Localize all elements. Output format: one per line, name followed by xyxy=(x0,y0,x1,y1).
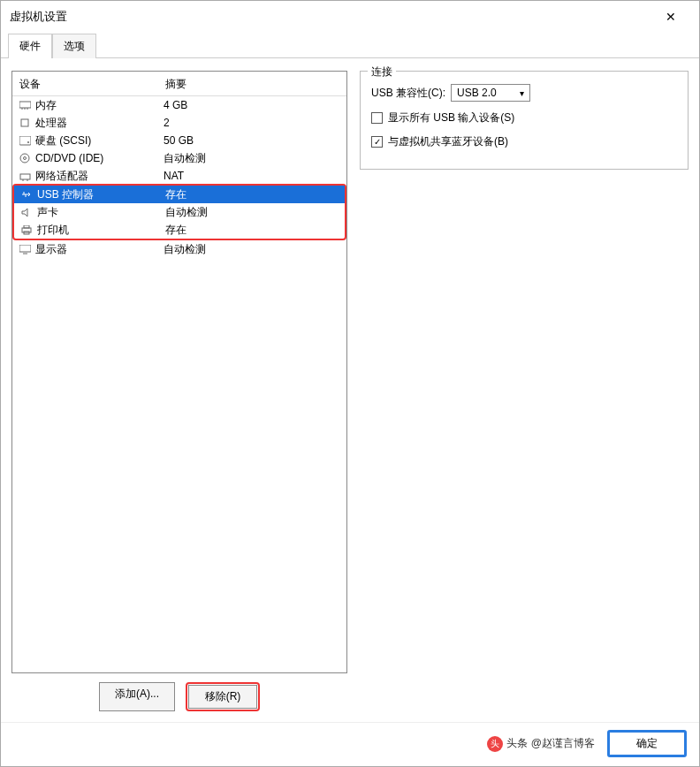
hardware-list-header: 设备 摘要 xyxy=(12,72,346,96)
svg-rect-13 xyxy=(24,225,29,228)
row-summary: 50 GB xyxy=(164,134,341,147)
hardware-pane: 设备 摘要 内存 4 GB 处理器 2 xyxy=(11,71,347,717)
svg-rect-9 xyxy=(20,174,30,179)
row-label: 打印机 xyxy=(37,223,165,238)
row-sound[interactable]: 声卡 自动检测 xyxy=(14,203,345,221)
window-title: 虚拟机设置 xyxy=(10,9,67,25)
compat-label: USB 兼容性(C): xyxy=(371,86,445,101)
network-icon xyxy=(18,170,32,182)
row-usb[interactable]: USB 控制器 存在 xyxy=(14,186,345,203)
row-printer[interactable]: 打印机 存在 xyxy=(14,221,345,239)
connection-group: 连接 USB 兼容性(C): USB 2.0 显示所有 USB 输入设备(S) … xyxy=(360,71,689,170)
show-all-checkbox[interactable] xyxy=(371,112,383,124)
col-summary: 摘要 xyxy=(165,77,339,92)
svg-rect-5 xyxy=(19,136,31,145)
hardware-list: 设备 摘要 内存 4 GB 处理器 2 xyxy=(11,71,347,673)
compat-row: USB 兼容性(C): USB 2.0 xyxy=(371,84,677,102)
remove-button[interactable]: 移除(R) xyxy=(188,685,257,709)
add-remove-bar: 添加(A)... 移除(R) xyxy=(11,673,347,717)
add-button[interactable]: 添加(A)... xyxy=(99,682,175,711)
tab-bar: 硬件 选项 xyxy=(1,31,699,58)
svg-rect-15 xyxy=(19,245,31,252)
tab-options[interactable]: 选项 xyxy=(52,34,96,58)
show-all-row[interactable]: 显示所有 USB 输入设备(S) xyxy=(371,110,677,125)
svg-rect-4 xyxy=(21,119,28,126)
disk-icon xyxy=(18,134,32,147)
row-label: 处理器 xyxy=(35,116,164,131)
share-bt-checkbox[interactable] xyxy=(371,136,383,148)
row-label: USB 控制器 xyxy=(37,187,165,202)
show-all-label: 显示所有 USB 输入设备(S) xyxy=(388,110,514,125)
col-device: 设备 xyxy=(19,77,165,92)
share-bt-label: 与虚拟机共享蓝牙设备(B) xyxy=(388,134,508,149)
vm-settings-window: 虚拟机设置 硬件 选项 设备 摘要 内存 4 GB xyxy=(0,0,700,767)
attr-prefix: 头条 xyxy=(506,736,528,751)
display-icon xyxy=(18,243,32,255)
row-summary: NAT xyxy=(164,170,341,182)
svg-point-8 xyxy=(24,157,27,160)
svg-point-6 xyxy=(27,141,29,143)
group-legend: 连接 xyxy=(368,65,396,80)
row-memory[interactable]: 内存 4 GB xyxy=(12,96,346,114)
row-summary: 4 GB xyxy=(164,99,341,111)
row-network[interactable]: 网络适配器 NAT xyxy=(12,167,346,185)
row-label: 网络适配器 xyxy=(35,169,164,184)
compat-value: USB 2.0 xyxy=(457,87,497,99)
row-label: 硬盘 (SCSI) xyxy=(35,133,164,148)
detail-pane: 连接 USB 兼容性(C): USB 2.0 显示所有 USB 输入设备(S) … xyxy=(360,71,689,717)
close-icon[interactable] xyxy=(651,6,690,27)
row-label: 显示器 xyxy=(35,242,164,257)
row-label: 内存 xyxy=(35,98,164,113)
row-cddvd[interactable]: CD/DVD (IDE) 自动检测 xyxy=(12,149,346,167)
content-area: 设备 摘要 内存 4 GB 处理器 2 xyxy=(1,58,699,722)
highlight-remove: 移除(R) xyxy=(186,682,260,711)
row-display[interactable]: 显示器 自动检测 xyxy=(12,240,346,258)
row-disk[interactable]: 硬盘 (SCSI) 50 GB xyxy=(12,132,346,149)
svg-rect-0 xyxy=(19,102,31,108)
row-cpu[interactable]: 处理器 2 xyxy=(12,114,346,132)
row-summary: 自动检测 xyxy=(164,151,341,166)
printer-icon xyxy=(19,224,34,236)
row-label: 声卡 xyxy=(37,205,165,220)
row-summary: 自动检测 xyxy=(165,205,339,220)
cpu-icon xyxy=(18,117,32,129)
row-summary: 存在 xyxy=(165,187,339,202)
cd-icon xyxy=(18,152,32,164)
compat-select[interactable]: USB 2.0 xyxy=(451,84,530,102)
ok-button[interactable]: 确定 xyxy=(609,732,685,756)
footer: 头 头条 @赵谨言博客 确定 xyxy=(1,722,699,766)
share-bt-row[interactable]: 与虚拟机共享蓝牙设备(B) xyxy=(371,134,677,149)
attribution: 头 头条 @赵谨言博客 xyxy=(487,736,595,752)
sound-icon xyxy=(19,206,34,218)
row-summary: 存在 xyxy=(165,223,339,238)
usb-icon xyxy=(19,188,34,201)
hardware-rows: 内存 4 GB 处理器 2 硬盘 (SCSI) 50 GB xyxy=(12,96,346,258)
toutiao-icon: 头 xyxy=(487,736,503,752)
tab-hardware[interactable]: 硬件 xyxy=(8,34,52,58)
row-summary: 2 xyxy=(164,117,341,129)
ok-highlight: 确定 xyxy=(607,730,687,757)
row-label: CD/DVD (IDE) xyxy=(35,152,164,164)
svg-point-7 xyxy=(20,154,29,163)
titlebar: 虚拟机设置 xyxy=(1,1,699,31)
memory-icon xyxy=(18,99,32,111)
attr-handle: @赵谨言博客 xyxy=(531,736,595,751)
row-summary: 自动检测 xyxy=(164,242,341,257)
highlight-red-box: USB 控制器 存在 声卡 自动检测 打印机 存在 xyxy=(12,184,346,240)
